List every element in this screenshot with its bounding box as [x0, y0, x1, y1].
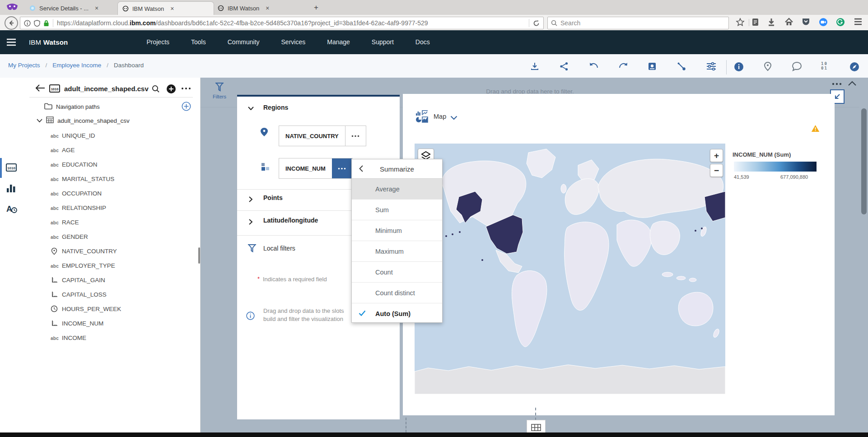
nav-item-manage[interactable]: Manage: [316, 30, 361, 54]
bookmark-star-icon[interactable]: [736, 18, 746, 28]
browser-tab[interactable]: Service Details - ... ×: [25, 1, 120, 15]
reload-icon[interactable]: [533, 20, 540, 27]
search-fields-icon[interactable]: [152, 85, 160, 93]
compass-icon[interactable]: [849, 61, 861, 73]
folder-icon: [44, 103, 52, 110]
filters-tab[interactable]: Filters: [206, 82, 233, 99]
back-arrow-icon[interactable]: [35, 84, 45, 92]
navigation-paths-label[interactable]: Navigation paths: [56, 103, 100, 110]
menu-item-count[interactable]: Count: [352, 262, 442, 283]
chart-type-chevron-icon[interactable]: [450, 116, 457, 120]
nav-item-projects[interactable]: Projects: [135, 30, 180, 54]
share-icon[interactable]: [559, 61, 571, 73]
menu-item-maximum[interactable]: Maximum: [352, 241, 442, 262]
latlong-expand-chevron-icon[interactable]: [249, 219, 252, 225]
menu-back-chevron-icon[interactable]: [359, 165, 363, 172]
warning-icon[interactable]: [811, 125, 820, 132]
points-section-label[interactable]: Points: [263, 194, 283, 201]
panel-divider: [29, 97, 193, 98]
search-input[interactable]: [560, 17, 724, 29]
search-bar[interactable]: [547, 17, 729, 29]
latlong-section-label[interactable]: Latitude/longitude: [263, 217, 318, 224]
brand-title: IBM Watson: [29, 38, 68, 46]
tab-close-icon[interactable]: ×: [95, 5, 98, 12]
map-widget-card[interactable]: Map: [403, 94, 835, 415]
table-icon: [46, 116, 54, 123]
properties-sliders-icon[interactable]: [706, 61, 718, 73]
new-tab-button[interactable]: +: [311, 3, 322, 14]
nav-item-tools[interactable]: Tools: [180, 30, 217, 54]
menu-item-label: Count: [375, 269, 393, 276]
color-field-slot[interactable]: INCOME_NUM: [279, 158, 353, 179]
home-icon[interactable]: [784, 18, 794, 28]
undo-icon[interactable]: [588, 61, 600, 73]
bookmarks-list-icon[interactable]: [751, 18, 761, 28]
binary-data-icon[interactable]: 1001: [821, 61, 833, 73]
page-info-icon[interactable]: [24, 20, 31, 27]
regions-collapse-chevron-icon[interactable]: [248, 107, 254, 110]
data-sources-icon[interactable]: 1010: [5, 162, 17, 173]
pocket-icon[interactable]: [802, 18, 812, 28]
zoom-app-icon[interactable]: [819, 18, 829, 28]
world-map[interactable]: [415, 144, 725, 394]
menu-item-auto-sum[interactable]: Auto (Sum): [352, 303, 442, 324]
browser-menu-icon[interactable]: [854, 18, 863, 28]
nav-item-support[interactable]: Support: [361, 30, 405, 54]
https-lock-icon[interactable]: [43, 20, 49, 27]
menu-item-sum[interactable]: Sum: [352, 200, 442, 220]
nav-item-docs[interactable]: Docs: [405, 30, 441, 54]
collapse-panel-chevron-icon[interactable]: [848, 81, 856, 86]
breadcrumb-my-projects[interactable]: My Projects: [8, 62, 40, 69]
nav-item-community[interactable]: Community: [217, 30, 271, 54]
slot-options-button[interactable]: [345, 126, 365, 146]
download-dashboard-icon[interactable]: [530, 61, 541, 73]
menu-item-label: Sum: [375, 206, 389, 214]
arrow-bottom-left-icon: [834, 93, 841, 100]
browser-tab[interactable]: IBM Watson ×: [213, 1, 308, 15]
snapshot-icon[interactable]: [647, 61, 659, 73]
browser-tab-active[interactable]: IBM Watson ×: [117, 1, 214, 15]
add-navigation-path-icon[interactable]: [182, 102, 191, 111]
points-expand-chevron-icon[interactable]: [249, 196, 252, 202]
zoom-out-button[interactable]: −: [710, 164, 723, 177]
redo-icon[interactable]: [618, 61, 630, 73]
grammarly-icon[interactable]: [836, 18, 846, 28]
local-filters-label[interactable]: Local filters: [263, 245, 295, 252]
tracking-shield-icon[interactable]: [34, 20, 40, 27]
text-type-icon: abc: [51, 220, 59, 225]
url-field[interactable]: https://dataplatform.cloud.ibm.com/dashb…: [20, 17, 544, 29]
tab-close-icon[interactable]: ×: [266, 5, 269, 12]
slot-options-button-active[interactable]: [332, 158, 352, 178]
menu-item-average[interactable]: Average: [352, 179, 442, 200]
info-icon[interactable]: [733, 61, 745, 73]
back-button[interactable]: [5, 16, 18, 30]
table-name-label[interactable]: adult_income_shaped_csv: [57, 117, 130, 124]
menu-item-count-distinct[interactable]: Count distinct: [352, 283, 442, 303]
tab-favicon-service: [29, 5, 36, 11]
collapse-table-chevron-icon[interactable]: [37, 119, 42, 122]
tab-close-icon[interactable]: ×: [170, 5, 174, 12]
zoom-in-button[interactable]: +: [710, 149, 723, 162]
app-menu-icon[interactable]: [6, 38, 16, 46]
required-asterisk: *: [257, 275, 260, 282]
field-name: INCOME_NUM: [62, 320, 103, 327]
canvas-scrollbar-thumb[interactable]: [861, 108, 867, 214]
visualizations-icon[interactable]: [5, 182, 17, 194]
canvas-overflow-icon[interactable]: [832, 83, 842, 85]
regions-section-label[interactable]: Regions: [263, 104, 288, 111]
menu-item-minimum[interactable]: Minimum: [352, 220, 442, 241]
breadcrumb-employee-income[interactable]: Employee Income: [52, 62, 101, 69]
downloads-icon[interactable]: [767, 18, 777, 28]
panel-overflow-icon[interactable]: [181, 87, 191, 90]
comment-icon[interactable]: [792, 61, 803, 73]
region-field-slot[interactable]: NATIVE_COUNTRY: [279, 126, 366, 146]
nav-menu: Projects Tools Community Services Manage…: [135, 30, 440, 54]
chart-type-picker-icon[interactable]: [415, 109, 429, 123]
pointer-icon[interactable]: [677, 61, 688, 73]
nav-item-services[interactable]: Services: [271, 30, 317, 54]
text-widgets-icon[interactable]: A: [5, 203, 18, 215]
pin-drop-icon[interactable]: [763, 61, 775, 73]
csv-source-icon: 1010: [49, 84, 60, 93]
add-source-icon[interactable]: [166, 84, 176, 94]
panel-resize-handle[interactable]: [198, 247, 200, 264]
